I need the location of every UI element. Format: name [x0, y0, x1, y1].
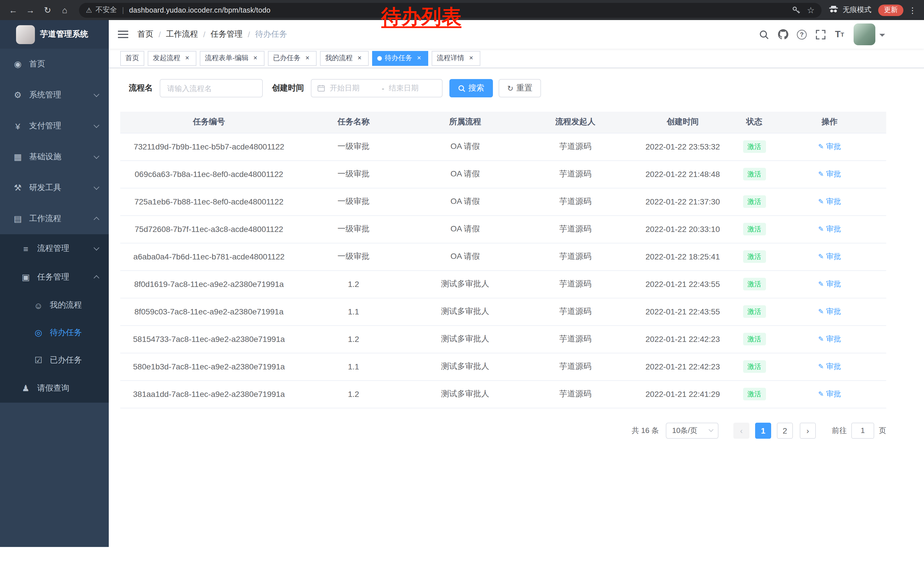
- cell-task-name: 1.2: [298, 380, 410, 408]
- tab-label: 已办任务: [273, 53, 300, 63]
- approve-link[interactable]: ✎ 审批: [818, 197, 841, 207]
- browser-forward-icon[interactable]: →: [23, 3, 38, 18]
- sidebar-item-system[interactable]: ⚙ 系统管理: [0, 80, 109, 111]
- tab[interactable]: 流程表单-编辑 ×: [200, 51, 264, 66]
- sidebar-item-devtools[interactable]: ⚒ 研发工具: [0, 173, 109, 203]
- tab-close-icon[interactable]: ×: [467, 54, 475, 62]
- breadcrumb-workflow[interactable]: 工作流程: [166, 29, 198, 39]
- app-title: 芋道管理系统: [40, 29, 88, 39]
- tab[interactable]: 待办任务 ×: [372, 51, 428, 66]
- sidebar-item-done-task[interactable]: ☑ 已办任务: [0, 347, 109, 374]
- page-button-2[interactable]: 2: [777, 422, 793, 438]
- tab-close-icon[interactable]: ×: [415, 54, 423, 62]
- approve-link[interactable]: ✎ 审批: [818, 362, 841, 372]
- task-icon: ▣: [20, 272, 32, 282]
- sidebar-item-payment[interactable]: ¥ 支付管理: [0, 111, 109, 141]
- status-badge: 激活: [743, 168, 766, 180]
- workflow-submenu: ≡ 流程管理 ▣ 任务管理 ☺ 我的流程 ◎ 待: [0, 234, 109, 402]
- approve-link[interactable]: ✎ 审批: [818, 141, 841, 152]
- sidebar-item-my-process[interactable]: ☺ 我的流程: [0, 291, 109, 319]
- browser-home-icon[interactable]: ⌂: [57, 3, 72, 18]
- cell-process: OA 请假: [410, 133, 521, 161]
- approve-link[interactable]: ✎ 审批: [818, 169, 841, 179]
- sidebar-item-workflow[interactable]: ▤ 工作流程: [0, 203, 109, 234]
- goto-page-input[interactable]: [851, 422, 874, 438]
- avatar[interactable]: [854, 24, 875, 45]
- cell-starter: 芋道源码: [521, 243, 630, 270]
- approve-link[interactable]: ✎ 审批: [818, 279, 841, 289]
- cell-created: 2022-01-22 20:33:10: [630, 215, 736, 243]
- update-button[interactable]: 更新: [878, 4, 903, 16]
- prev-page-button[interactable]: ‹: [734, 422, 749, 438]
- sidebar-item-todo-task[interactable]: ◎ 待办任务: [0, 319, 109, 347]
- page-button-1[interactable]: 1: [755, 422, 771, 438]
- end-date-placeholder[interactable]: 结束日期: [389, 83, 436, 93]
- tab[interactable]: 首页: [120, 51, 144, 66]
- approve-link[interactable]: ✎ 审批: [818, 389, 841, 399]
- cell-task-name: 1.1: [298, 353, 410, 380]
- fullscreen-icon[interactable]: [811, 25, 830, 44]
- sidebar-item-leave-query[interactable]: ♟ 请假查询: [0, 374, 109, 402]
- font-size-icon[interactable]: TT: [830, 25, 849, 44]
- tab[interactable]: 我的流程 ×: [320, 51, 369, 66]
- status-badge: 激活: [743, 360, 766, 373]
- table-row: 725a1eb6-7b88-11ec-8ef0-acde48001122 一级审…: [120, 188, 886, 215]
- breadcrumb-home[interactable]: 首页: [137, 29, 153, 39]
- yen-icon: ¥: [12, 121, 24, 131]
- cell-task-name: 一级审批: [298, 215, 410, 243]
- bookmark-star-icon[interactable]: ☆: [807, 5, 814, 15]
- next-page-button[interactable]: ›: [800, 422, 816, 438]
- url-text[interactable]: dashboard.yudao.iocoder.cn/bpm/task/todo: [129, 6, 270, 14]
- approve-link[interactable]: ✎ 审批: [818, 306, 841, 317]
- approve-link[interactable]: ✎ 审批: [818, 224, 841, 234]
- browser-back-icon[interactable]: ←: [6, 3, 21, 18]
- tab[interactable]: 流程详情 ×: [432, 51, 480, 66]
- create-time-label: 创建时间: [272, 83, 304, 93]
- tab[interactable]: 已办任务 ×: [268, 51, 316, 66]
- menu-label: 支付管理: [29, 121, 61, 131]
- menu-label: 任务管理: [37, 272, 69, 282]
- sidebar-item-infrastructure[interactable]: ▦ 基础设施: [0, 141, 109, 173]
- date-range-picker[interactable]: 开始日期 - 结束日期: [311, 79, 442, 98]
- github-icon[interactable]: [773, 25, 792, 44]
- help-icon[interactable]: ?: [792, 25, 811, 44]
- calendar-icon: [317, 84, 325, 92]
- range-separator: -: [382, 84, 384, 93]
- chevron-down-icon: [94, 92, 99, 97]
- approve-link[interactable]: ✎ 审批: [818, 251, 841, 262]
- hamburger-icon[interactable]: [118, 30, 128, 39]
- workflow-icon: ▤: [12, 214, 24, 224]
- tab[interactable]: 发起流程 ×: [148, 51, 196, 66]
- not-secure-label[interactable]: 不安全: [96, 5, 117, 15]
- breadcrumb-task-mgmt[interactable]: 任务管理: [211, 29, 243, 39]
- search-button[interactable]: 搜索: [449, 79, 493, 98]
- search-icon[interactable]: [754, 25, 773, 44]
- breadcrumb-separator: /: [159, 30, 161, 39]
- browser-menu-icon[interactable]: ⋮: [907, 6, 918, 15]
- tab-close-icon[interactable]: ×: [183, 54, 191, 62]
- sidebar: 芋道管理系统 ◉ 首页 ⚙ 系统管理 ¥ 支付管理 ▦: [0, 20, 109, 547]
- address-bar[interactable]: ⚠ 不安全 | dashboard.yudao.iocoder.cn/bpm/t…: [79, 3, 822, 18]
- cell-created: 2022-01-22 18:25:41: [630, 243, 736, 270]
- chevron-up-icon: [94, 217, 99, 222]
- app-logo[interactable]: 芋道管理系统: [0, 20, 109, 49]
- page-size-select[interactable]: 10条/页: [666, 422, 718, 438]
- pagination: 共 16 条 10条/页 ‹ 1 2 › 前往 页: [120, 422, 886, 438]
- caret-down-icon[interactable]: [879, 34, 885, 39]
- password-key-icon[interactable]: [792, 6, 800, 14]
- sidebar-item-process-mgmt[interactable]: ≡ 流程管理: [0, 234, 109, 263]
- browser-reload-icon[interactable]: ↻: [40, 3, 55, 18]
- sidebar-item-home[interactable]: ◉ 首页: [0, 49, 109, 80]
- cell-task-id: 069c6a63-7b8a-11ec-8ef0-acde48001122: [120, 161, 298, 188]
- approve-link[interactable]: ✎ 审批: [818, 334, 841, 344]
- tab-close-icon[interactable]: ×: [251, 54, 260, 62]
- start-date-placeholder[interactable]: 开始日期: [330, 83, 377, 93]
- chevron-up-icon: [94, 275, 99, 281]
- sidebar-item-task-mgmt[interactable]: ▣ 任务管理: [0, 263, 109, 291]
- menu-label: 研发工具: [29, 183, 61, 193]
- process-name-input[interactable]: [160, 79, 263, 98]
- reset-button[interactable]: ↻ 重置: [499, 79, 541, 98]
- tab-close-icon[interactable]: ×: [303, 54, 311, 62]
- tab-close-icon[interactable]: ×: [356, 54, 363, 62]
- goto-label: 前往: [832, 425, 847, 435]
